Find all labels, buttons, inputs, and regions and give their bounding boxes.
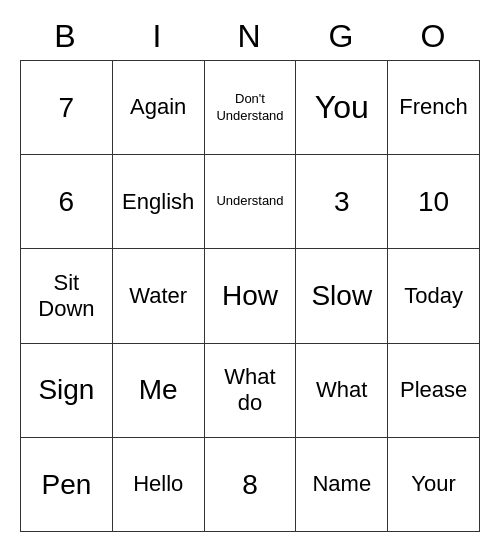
bingo-cell: Me [113, 344, 205, 438]
cell-content: English [122, 189, 194, 215]
cell-content: Don't Understand [216, 91, 283, 125]
cell-content: Pen [41, 468, 91, 502]
bingo-cell: Sign [21, 344, 113, 438]
cell-content: You [315, 88, 369, 126]
bingo-cell: Sit Down [21, 249, 113, 343]
header-letter: O [388, 12, 480, 60]
header-letter: I [112, 12, 204, 60]
bingo-grid: 7AgainDon't UnderstandYouFrench6EnglishU… [20, 60, 480, 532]
cell-content: Please [400, 377, 467, 403]
cell-content: Hello [133, 471, 183, 497]
cell-content: 6 [59, 185, 75, 219]
bingo-header: BINGO [20, 12, 480, 60]
bingo-cell: Name [296, 438, 388, 532]
bingo-cell: How [205, 249, 297, 343]
cell-content: French [399, 94, 467, 120]
cell-content: What do [224, 364, 275, 417]
cell-content: Water [129, 283, 187, 309]
bingo-cell: What do [205, 344, 297, 438]
bingo-cell: Don't Understand [205, 61, 297, 155]
cell-content: How [222, 279, 278, 313]
bingo-cell: 10 [388, 155, 480, 249]
bingo-cell: Please [388, 344, 480, 438]
cell-content: Today [404, 283, 463, 309]
bingo-card: BINGO 7AgainDon't UnderstandYouFrench6En… [20, 12, 480, 532]
cell-content: 10 [418, 185, 449, 219]
cell-content: 3 [334, 185, 350, 219]
bingo-cell: English [113, 155, 205, 249]
bingo-cell: What [296, 344, 388, 438]
bingo-cell: 6 [21, 155, 113, 249]
bingo-cell: French [388, 61, 480, 155]
bingo-cell: Understand [205, 155, 297, 249]
bingo-cell: 8 [205, 438, 297, 532]
bingo-cell: Pen [21, 438, 113, 532]
cell-content: Your [411, 471, 455, 497]
bingo-cell: Today [388, 249, 480, 343]
header-letter: N [204, 12, 296, 60]
cell-content: Sit Down [38, 270, 94, 323]
bingo-cell: Water [113, 249, 205, 343]
cell-content: 8 [242, 468, 258, 502]
cell-content: Again [130, 94, 186, 120]
cell-content: Name [312, 471, 371, 497]
bingo-cell: 3 [296, 155, 388, 249]
cell-content: 7 [59, 91, 75, 125]
bingo-cell: Hello [113, 438, 205, 532]
bingo-cell: 7 [21, 61, 113, 155]
cell-content: What [316, 377, 367, 403]
header-letter: B [20, 12, 112, 60]
bingo-cell: Your [388, 438, 480, 532]
bingo-cell: Slow [296, 249, 388, 343]
cell-content: Me [139, 373, 178, 407]
cell-content: Slow [311, 279, 372, 313]
cell-content: Understand [216, 193, 283, 210]
bingo-cell: Again [113, 61, 205, 155]
cell-content: Sign [38, 373, 94, 407]
bingo-cell: You [296, 61, 388, 155]
header-letter: G [296, 12, 388, 60]
